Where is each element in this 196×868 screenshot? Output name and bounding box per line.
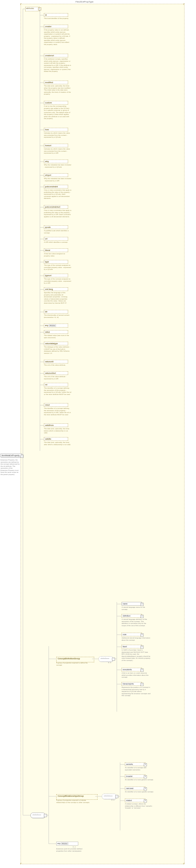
element-desc: A natural language definition of the sem… (121, 618, 151, 627)
cardinality: 0..∞ (73, 846, 76, 848)
attribute-pubconstrainturi: pubconstrainturi (44, 205, 68, 209)
wildcard-any: any ##other (56, 842, 78, 845)
attribute-reluri: reluri (44, 403, 68, 407)
element-sameAs[interactable]: sameAs+ (125, 763, 145, 766)
attribute-type: type (44, 260, 68, 264)
element-desc: Additional natural language information … (121, 637, 151, 641)
element-hierarchyInfo[interactable]: hierarchyInfo+ (121, 682, 142, 686)
attribute-creator: creator (44, 25, 68, 28)
attribute-desc: The local identifier of the property. (44, 18, 72, 20)
attribute-desc: Specifies the language of this property … (44, 292, 72, 304)
sequence-connector[interactable]: − (99, 656, 113, 662)
element-facet[interactable]: facet+ (121, 645, 142, 648)
attributes-label: attributes (26, 7, 34, 9)
expand-icon[interactable]: + (144, 763, 147, 766)
attribute-rel: rel (44, 383, 68, 386)
element-desc: Represents the position of a concept in … (121, 686, 151, 697)
attribute-value: value (44, 330, 68, 334)
attribute-dir: dir (44, 310, 68, 313)
expand-icon[interactable]: + (141, 669, 144, 672)
expand-icon[interactable]: + (141, 615, 144, 618)
group-desc: A group of properites required to define… (56, 662, 92, 666)
attribute-desc: Indicates by which means the value was e… (44, 132, 72, 138)
expand-icon[interactable]: + (144, 800, 147, 802)
element-broader[interactable]: broader+ (125, 774, 145, 778)
attribute-desc: Indicates by which means the value was e… (44, 148, 72, 154)
group-desc: A group of properites required to indica… (56, 800, 95, 804)
type-label: Flex2ExtPropType (76, 1, 93, 3)
cardinality: 0..∞ (108, 662, 111, 663)
element-desc: An identifier of a concept with equivale… (125, 767, 154, 771)
element-desc: In NAR 1.8 and later: facet is deprecate… (121, 649, 151, 661)
attribute-desc: A qualified code which identifies a conc… (44, 230, 72, 234)
attribute-whyuri: whyuri (44, 173, 68, 177)
any-desc: Extension point for provider-defined pro… (56, 848, 84, 852)
attribute-desc: Why the metadata has been included - exp… (44, 178, 72, 182)
attribute-desc: The date (and, optionally, the time) whe… (44, 85, 72, 95)
expand-icon[interactable]: + (144, 787, 147, 790)
expand-icon[interactable]: + (141, 683, 144, 686)
attribute-valueunit: valueunit (44, 360, 68, 363)
element-desc: An identifier of a more generic concept. (125, 779, 154, 781)
expand-icon[interactable]: + (141, 633, 144, 637)
element-desc: An identifier of a more specific concept… (125, 791, 154, 793)
element-desc: A related concept, where the relationshi… (125, 803, 154, 809)
expand-icon[interactable]: + (141, 603, 144, 606)
attribute-desc: The type of the concept assigned as cont… (44, 278, 72, 284)
collapse-icon[interactable]: − (112, 658, 115, 661)
attribute-creatoruri: creatoruri (44, 54, 68, 57)
attribute-desc: If set to true the corresponding propert… (44, 105, 72, 120)
group-title: ConceptDefinitionGroup (58, 658, 80, 659)
collapse-icon[interactable]: − (115, 795, 118, 798)
collapse-icon[interactable]: − (21, 455, 24, 458)
attribute-desc: A URI which identifies a concept. (44, 241, 72, 244)
attribute-custom: custom (44, 101, 68, 104)
attribute-how: how (44, 128, 68, 131)
attribute-pubconstraint: pubconstraint (44, 185, 68, 188)
root-element-label: itemMetaExtProperty (2, 455, 20, 456)
attribute-desc: The identifier of a concept defining the… (44, 407, 72, 416)
element-narrower[interactable]: narrower+ (125, 786, 145, 790)
attribute-modified: modified (44, 81, 68, 84)
any-keyword: any (57, 842, 60, 844)
attribute-howuri: howuri (44, 144, 68, 147)
group-concept-definition[interactable]: ConceptDefinitionGroup (56, 657, 94, 662)
root-element[interactable]: itemMetaExtProperty − (1, 454, 22, 457)
sequence-connector[interactable]: − (102, 794, 117, 799)
element-desc: A natural language name for the concept. (121, 607, 151, 611)
attribute-any_other: any ##other (44, 323, 68, 328)
expand-icon[interactable]: + (141, 646, 144, 649)
any-namespace: ##other (61, 842, 68, 845)
attribute-valueunituri: valueunituri (44, 371, 68, 375)
sequence-connector[interactable]: − (30, 813, 45, 818)
attribute-desc: The unit of the value attribute - expres… (44, 376, 72, 380)
collapse-icon[interactable]: − (44, 814, 47, 817)
attribute-desc: The datatype of the value attribute – it… (44, 346, 72, 354)
attributes-box[interactable]: attributes − (25, 7, 39, 11)
element-name[interactable]: name+ (121, 602, 142, 606)
attribute-why: why (44, 160, 68, 163)
attribute-desc: The directionality of textual content (e… (44, 314, 72, 318)
attribute-desc: If the property value is not defined, sp… (44, 29, 72, 45)
attribute-desc: One or many constraints that apply to pu… (44, 189, 72, 200)
attribute-valuedatatype: valuedatatype (44, 342, 68, 345)
attribute-literal: literal (44, 248, 68, 252)
root-element-desc: Extension Property; the semantics are de… (1, 459, 20, 475)
attribute-desc: One or many constraints that apply to pu… (44, 210, 72, 218)
attribute-desc: The unit of the value attribute. (44, 364, 72, 366)
attribute-desc: A free-text value assigned as property v… (44, 253, 72, 257)
cardinality: 0..∞ (111, 799, 114, 801)
element-related[interactable]: related+ (125, 799, 145, 802)
element-note[interactable]: note+ (121, 633, 142, 636)
attribute-id: id (44, 13, 68, 17)
element-remoteInfo[interactable]: remoteInfo+ (121, 668, 142, 671)
attribute-xml:lang: xml:lang (44, 287, 68, 291)
attribute-desc: The related value (see more in the spec … (44, 335, 72, 339)
expand-icon[interactable]: + (144, 775, 147, 778)
group-concept-relationships[interactable]: ConceptRelationshipsGroup (56, 794, 97, 800)
attribute-desc: The date (and, optionally, the time) aft… (44, 441, 72, 446)
attribute-qcode: qcode (44, 225, 68, 229)
element-definition[interactable]: definition+ (121, 614, 142, 618)
attribute-desc: The identifier of a concept defining the… (44, 387, 72, 396)
element-desc: A link to an item or a web resource whic… (121, 672, 151, 679)
